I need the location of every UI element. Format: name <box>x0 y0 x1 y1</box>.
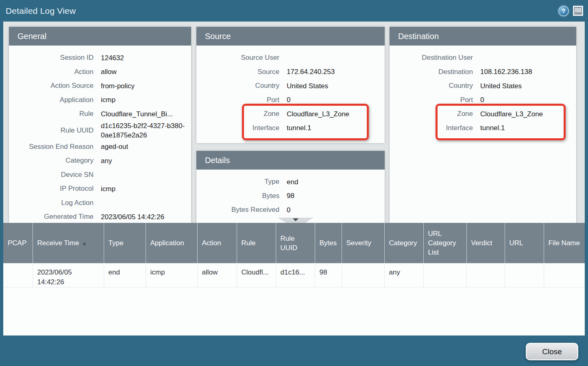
middle-column: Source Source UserSource172.64.240.253Co… <box>196 27 385 223</box>
field-value: 0 <box>287 95 385 105</box>
log-table-cell: Cloudfl... <box>237 264 276 288</box>
field-row: ZoneCloudflare_L3_Zone <box>196 107 385 121</box>
column-header-type[interactable]: Type <box>104 223 146 264</box>
field-row: Session End Reasonaged-out <box>9 140 191 154</box>
column-header-file-name[interactable]: File Name <box>544 223 585 264</box>
field-row: Destination108.162.236.138 <box>390 65 576 79</box>
field-label: Log Action <box>9 198 101 207</box>
source-panel-body: Source UserSource172.64.240.253CountryUn… <box>196 46 385 135</box>
field-row: Source172.64.240.253 <box>196 65 385 79</box>
log-table-area: PCAPReceive Time▲TypeApplicationActionRu… <box>3 223 585 336</box>
field-value: aged-out <box>101 142 191 151</box>
log-table-cell <box>466 264 505 288</box>
log-table-cell: end <box>104 264 146 288</box>
field-label: Country <box>196 81 287 90</box>
field-label: Bytes Received <box>196 205 287 214</box>
log-table-cell: 2023/06/05 14:42:26 <box>33 264 104 288</box>
field-value: icmp <box>101 95 191 105</box>
field-label: Interface <box>196 124 287 133</box>
column-header-action[interactable]: Action <box>197 223 237 264</box>
field-row: Interfacetunnel.1 <box>196 121 385 135</box>
field-label: Zone <box>196 109 287 118</box>
field-label: Session ID <box>9 53 101 62</box>
field-row: Categoryany <box>9 154 191 168</box>
field-value: allow <box>101 67 191 76</box>
column-header-rule-uuid[interactable]: Rule UUID <box>276 223 315 264</box>
field-row: Applicationicmp <box>9 93 191 107</box>
details-panel: Details TypeendBytes98Bytes Received0 <box>196 151 385 223</box>
column-header-application[interactable]: Application <box>146 223 197 264</box>
field-label: Source User <box>196 53 287 62</box>
general-panel: General Session ID124632ActionallowActio… <box>9 27 191 223</box>
column-header-rule[interactable]: Rule <box>237 223 276 264</box>
maximize-window-icon[interactable] <box>573 6 583 16</box>
detail-panels-area: General Session ID124632ActionallowActio… <box>3 22 585 223</box>
destination-panel: Destination Destination UserDestination1… <box>390 27 576 223</box>
field-row: Log Action <box>9 196 191 210</box>
field-row: Session ID124632 <box>9 51 191 65</box>
field-value: from-policy <box>101 81 191 91</box>
field-value: Cloudflare_Tunnel_Bi... <box>101 109 191 119</box>
column-header-url[interactable]: URL <box>505 223 544 264</box>
field-row: Interfacetunnel.1 <box>390 121 576 135</box>
column-header-receive-time[interactable]: Receive Time▲ <box>33 223 104 264</box>
field-row: Bytes98 <box>196 189 385 203</box>
field-label: Destination <box>390 68 480 76</box>
details-panel-header: Details <box>196 151 385 170</box>
log-table-cell <box>544 264 585 288</box>
log-table-cell: 98 <box>315 264 342 288</box>
log-table-cell: any <box>384 264 423 288</box>
dialog-title: Detailed Log View <box>6 6 558 16</box>
field-value: any <box>101 156 191 166</box>
close-button[interactable]: Close <box>526 343 578 360</box>
log-table-cell <box>505 264 544 288</box>
field-value: end <box>287 177 385 187</box>
field-row: Source User <box>196 51 385 65</box>
log-table-cell <box>342 264 384 288</box>
details-panel-body: TypeendBytes98Bytes Received0 <box>196 170 385 217</box>
maximize-window-icon-inner <box>575 8 581 12</box>
log-table-cell <box>3 264 33 288</box>
column-header-url-category-list[interactable]: URL Category List <box>423 223 466 264</box>
field-value: tunnel.1 <box>480 123 576 133</box>
field-value: 2023/06/05 14:42:26 <box>101 212 191 222</box>
destination-panel-body: Destination UserDestination108.162.236.1… <box>390 46 576 135</box>
field-label: Bytes <box>196 192 287 200</box>
field-row: Action Sourcefrom-policy <box>9 79 191 93</box>
field-label: Session End Reason <box>9 142 101 151</box>
field-row: CountryUnited States <box>390 79 576 93</box>
field-label: Action Source <box>9 81 101 90</box>
column-header-verdict[interactable]: Verdict <box>466 223 505 264</box>
field-value: United States <box>287 81 385 91</box>
log-table-row[interactable]: 2023/06/05 14:42:26endicmpallowCloudfl..… <box>3 264 585 288</box>
field-row: CountryUnited States <box>196 79 385 93</box>
field-value: 98 <box>287 191 385 200</box>
field-row: Typeend <box>196 175 385 189</box>
field-row: Generated Time2023/06/05 14:42:26 <box>9 210 191 223</box>
field-label: Source <box>196 68 287 76</box>
field-row: Rule UUIDd1c16235-b2f2-4327-b380-0ae1875… <box>9 121 191 140</box>
help-icon[interactable]: ? <box>558 6 569 16</box>
field-row: Actionallow <box>9 65 191 79</box>
field-label: Interface <box>390 124 480 133</box>
field-value: 124632 <box>101 53 191 63</box>
column-header-pcap[interactable]: PCAP <box>3 223 33 264</box>
field-value: Cloudflare_L3_Zone <box>287 109 385 119</box>
field-label: Destination User <box>390 53 480 62</box>
field-label: Rule UUID <box>9 126 101 135</box>
field-label: Application <box>9 96 101 105</box>
column-header-severity[interactable]: Severity <box>342 223 384 264</box>
field-value: 172.64.240.253 <box>287 67 385 76</box>
column-header-category[interactable]: Category <box>384 223 423 264</box>
field-value: tunnel.1 <box>287 123 385 133</box>
field-value: icmp <box>101 184 191 194</box>
log-table-cell: allow <box>197 264 237 288</box>
field-value: 0 <box>480 95 576 105</box>
field-value: d1c16235-b2f2-4327-b380-0ae1875e2a26 <box>101 121 191 140</box>
column-header-bytes[interactable]: Bytes <box>315 223 342 264</box>
field-label: Type <box>196 177 287 186</box>
field-label: Country <box>390 81 480 90</box>
source-panel: Source Source UserSource172.64.240.253Co… <box>196 27 385 143</box>
field-row: Device SN <box>9 168 191 182</box>
field-value: 0 <box>287 205 385 215</box>
